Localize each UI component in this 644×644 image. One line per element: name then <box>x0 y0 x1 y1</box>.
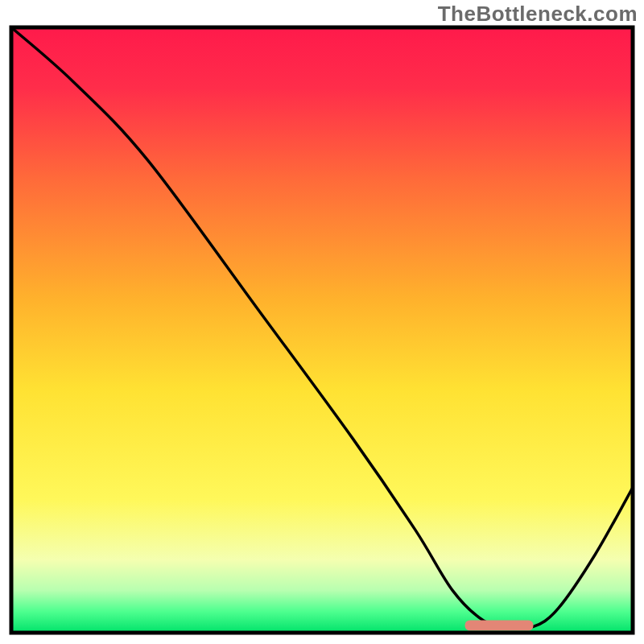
watermark-label: TheBottleneck.com <box>438 2 638 27</box>
plot-background <box>11 27 633 633</box>
chart-canvas <box>0 0 644 644</box>
bottleneck-chart: TheBottleneck.com <box>0 0 644 644</box>
optimum-band <box>465 620 534 630</box>
